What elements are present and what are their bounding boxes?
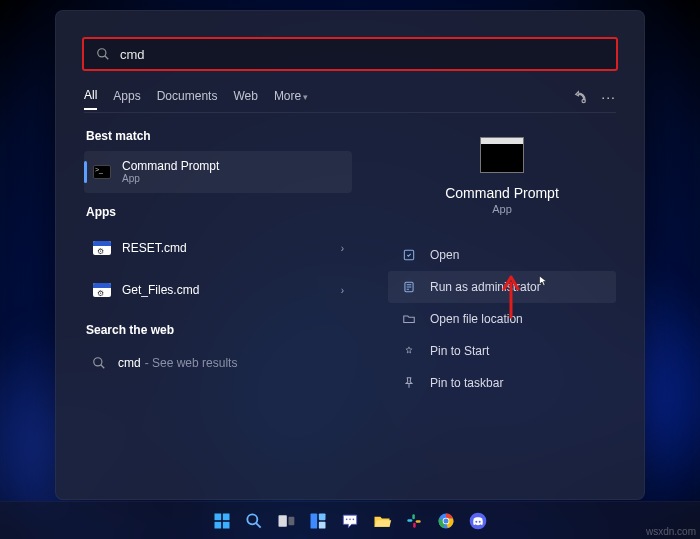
action-open-file-location[interactable]: Open file location (388, 303, 616, 335)
svg-rect-8 (223, 513, 230, 520)
open-icon (402, 248, 416, 262)
result-reset-cmd[interactable]: RESET.cmd › (84, 227, 352, 269)
svg-point-27 (444, 518, 449, 523)
shield-icon (402, 280, 416, 294)
watermark: wsxdn.com (646, 526, 696, 537)
action-pin-to-start[interactable]: Pin to Start (388, 335, 616, 367)
action-label: Run as administrator (430, 280, 541, 294)
web-query: cmd (118, 356, 141, 370)
svg-rect-14 (289, 516, 295, 524)
svg-line-4 (101, 365, 105, 369)
svg-point-20 (353, 518, 355, 520)
action-run-as-admin[interactable]: Run as administrator (388, 271, 616, 303)
start-button[interactable] (209, 508, 235, 534)
svg-point-11 (247, 514, 257, 524)
preview-app-icon (480, 137, 524, 173)
svg-point-18 (346, 518, 348, 520)
chevron-right-icon: › (341, 243, 344, 254)
chevron-right-icon: › (341, 285, 344, 296)
action-label: Pin to Start (430, 344, 489, 358)
widgets-button[interactable] (305, 508, 331, 534)
result-getfiles-cmd[interactable]: Get_Files.cmd › (84, 269, 352, 311)
svg-point-29 (475, 520, 477, 522)
filter-apps[interactable]: Apps (113, 89, 140, 109)
recent-icon[interactable] (573, 89, 589, 108)
svg-rect-23 (412, 514, 415, 519)
pin-icon (402, 376, 416, 390)
action-label: Pin to taskbar (430, 376, 503, 390)
taskbar (0, 501, 700, 539)
search-icon (92, 356, 106, 370)
filter-tabs: All Apps Documents Web More▾ ··· (84, 85, 616, 113)
discord-button[interactable] (465, 508, 491, 534)
filter-more[interactable]: More▾ (274, 89, 308, 109)
slack-button[interactable] (401, 508, 427, 534)
svg-rect-10 (223, 521, 230, 528)
result-title: Get_Files.cmd (122, 283, 341, 297)
web-search-result[interactable]: cmd - See web results (84, 345, 352, 381)
filter-all[interactable]: All (84, 88, 97, 110)
action-label: Open file location (430, 312, 523, 326)
svg-point-0 (98, 49, 106, 57)
svg-rect-9 (215, 521, 222, 528)
result-subtitle: App (122, 173, 344, 185)
search-button[interactable] (241, 508, 267, 534)
svg-rect-24 (413, 522, 416, 527)
svg-point-19 (349, 518, 351, 520)
svg-rect-15 (311, 513, 318, 528)
folder-icon (402, 312, 416, 326)
action-label: Open (430, 248, 459, 262)
svg-rect-16 (319, 513, 326, 520)
svg-point-2 (582, 99, 585, 102)
terminal-icon (92, 162, 112, 182)
result-command-prompt[interactable]: Command Prompt App (84, 151, 352, 193)
filter-documents[interactable]: Documents (157, 89, 218, 109)
section-web: Search the web (86, 323, 352, 337)
section-best-match: Best match (86, 129, 352, 143)
svg-line-1 (105, 56, 109, 60)
pin-icon (402, 344, 416, 358)
search-icon (96, 47, 110, 61)
preview-subtitle: App (388, 203, 616, 215)
search-input[interactable] (120, 47, 604, 62)
svg-rect-17 (319, 521, 326, 528)
chrome-button[interactable] (433, 508, 459, 534)
svg-rect-21 (407, 519, 412, 522)
action-pin-to-taskbar[interactable]: Pin to taskbar (388, 367, 616, 399)
cmd-file-icon (92, 238, 112, 258)
start-search-panel: All Apps Documents Web More▾ ··· Best ma… (55, 10, 645, 500)
more-options-icon[interactable]: ··· (601, 89, 616, 108)
search-box[interactable] (82, 37, 618, 71)
web-hint: - See web results (145, 356, 238, 370)
result-title: Command Prompt (122, 159, 344, 173)
file-explorer-button[interactable] (369, 508, 395, 534)
filter-web[interactable]: Web (233, 89, 257, 109)
svg-rect-7 (215, 513, 222, 520)
section-apps: Apps (86, 205, 352, 219)
result-title: RESET.cmd (122, 241, 341, 255)
cmd-file-icon (92, 280, 112, 300)
chevron-down-icon: ▾ (303, 92, 308, 102)
action-open[interactable]: Open (388, 239, 616, 271)
task-view-button[interactable] (273, 508, 299, 534)
svg-point-3 (94, 358, 102, 366)
chat-button[interactable] (337, 508, 363, 534)
svg-rect-13 (279, 515, 287, 527)
preview-title: Command Prompt (388, 185, 616, 201)
svg-point-30 (479, 520, 481, 522)
svg-rect-22 (416, 520, 421, 523)
svg-line-12 (256, 523, 261, 528)
